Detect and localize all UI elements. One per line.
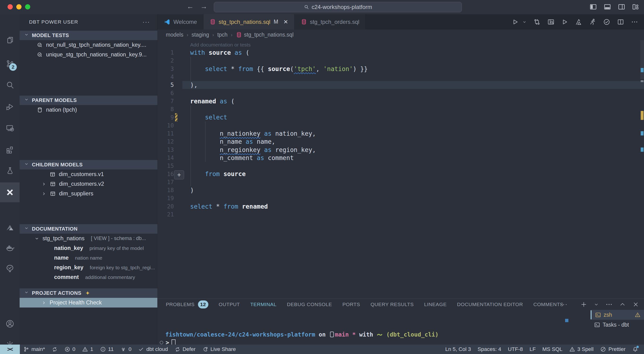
editor-tab-stg-tpch-orders-sql[interactable]: stg_tpch_orders.sql: [294, 14, 366, 29]
codelens-action[interactable]: Add documentation or tests: [190, 42, 251, 48]
code-line[interactable]: 6: [157, 89, 644, 97]
customize-layout-button[interactable]: [632, 3, 640, 11]
code-line[interactable]: 2: [157, 57, 644, 65]
list-item[interactable]: Project Health Check: [20, 298, 157, 308]
activity-bar-item-extensions[interactable]: [0, 139, 20, 159]
list-item[interactable]: unique_stg_tpch_nations_nation_key.9...: [20, 50, 157, 59]
panel-tab-ports[interactable]: PORTS: [342, 302, 360, 307]
code-line[interactable]: 10: [157, 122, 644, 130]
doc-tree-root[interactable]: stg_tpch_nations[ VIEW ] - schema : db..…: [20, 234, 157, 243]
more-actions-button[interactable]: [605, 301, 613, 308]
toggle-secondary-sidebar-button[interactable]: [618, 3, 626, 11]
panel-tab-comments[interactable]: COMMENTS: [534, 302, 564, 307]
code-line[interactable]: 16 from source: [157, 170, 644, 178]
status-dbt-cloud[interactable]: dbt cloud: [135, 345, 171, 354]
activity-bar-item-docker[interactable]: [0, 238, 20, 258]
activity-bar-item-run-and-debug[interactable]: [0, 97, 20, 117]
forward-button[interactable]: →: [200, 2, 208, 10]
status-0[interactable]: 0: [117, 345, 135, 354]
execute-sql-button[interactable]: [561, 18, 569, 26]
doc-field-row[interactable]: region_keyforeign key to stg_tpch_regi..…: [20, 263, 157, 272]
maximize-panel-button[interactable]: [619, 301, 626, 308]
terminal-viewport[interactable]: fishtown/coalesce-24/c24-workshops-platf…: [157, 310, 590, 345]
panel-tab-output[interactable]: OUTPUT: [219, 302, 240, 307]
activity-bar-item-remote-explorer[interactable]: [0, 118, 20, 138]
code-line[interactable]: 21: [157, 211, 644, 219]
run-with-dropdown-button[interactable]: [512, 18, 520, 26]
code-line[interactable]: 5),: [157, 81, 644, 89]
status-ms-sql[interactable]: MS SQL: [539, 345, 566, 354]
activity-bar-item-explorer[interactable]: [0, 30, 20, 50]
code-line[interactable]: 20select * from renamed: [157, 203, 644, 211]
panel-tab-lineage[interactable]: LINEAGE: [424, 302, 446, 307]
close-window-button[interactable]: [8, 4, 13, 9]
section-header[interactable]: MODEL TESTS: [20, 31, 157, 40]
status-1[interactable]: 1: [79, 345, 96, 354]
new-terminal-button[interactable]: [580, 301, 587, 308]
status-lf[interactable]: LF: [526, 345, 539, 354]
compare-changes-button[interactable]: [533, 18, 541, 26]
status-utf-8[interactable]: UTF-8: [504, 345, 526, 354]
command-center-search[interactable]: c24-workshops-platform: [214, 2, 462, 12]
list-item[interactable]: dim_suppliers: [20, 189, 157, 198]
section-header[interactable]: PROJECT ACTIONS✦: [20, 288, 157, 298]
code-line[interactable]: 11 n_nationkey as nation_key,: [157, 130, 644, 138]
code-line[interactable]: 4: [157, 73, 644, 81]
doc-field-row[interactable]: nation_keyprimary key of the model: [20, 243, 157, 253]
sidebar-more-actions[interactable]: ···: [142, 18, 150, 26]
list-item[interactable]: dim_customers.v1: [20, 169, 157, 179]
code-line[interactable]: 18): [157, 186, 644, 194]
list-item[interactable]: dim_customers.v2: [20, 179, 157, 189]
dbt-logo-button[interactable]: [575, 18, 582, 26]
panel-tab-problems[interactable]: PROBLEMS12: [166, 301, 208, 309]
status-0[interactable]: 0: [61, 345, 79, 354]
status-11[interactable]: 11: [96, 345, 117, 354]
status-bell[interactable]: [629, 345, 642, 354]
activity-bar-item-search[interactable]: [0, 75, 20, 95]
remote-indicator[interactable]: ><: [0, 345, 20, 354]
doc-field-row[interactable]: namenation name: [20, 253, 157, 263]
section-header[interactable]: DOCUMENTATION: [20, 224, 157, 234]
activity-bar-item-accounts[interactable]: [0, 314, 20, 334]
editor-scrollbar[interactable]: [640, 40, 644, 79]
status-3-spell[interactable]: 3 Spell: [566, 345, 597, 354]
breadcrumb-item[interactable]: models: [166, 32, 183, 38]
code-line[interactable]: 12 n_name as name,: [157, 138, 644, 146]
close-panel-button[interactable]: [632, 301, 639, 308]
breadcrumb-item[interactable]: tpch: [217, 32, 228, 38]
code-editor[interactable]: Add documentation or tests 1with source …: [157, 40, 644, 313]
status-ln-5-col-3[interactable]: Ln 5, Col 3: [442, 345, 474, 354]
terminal-instance-zsh[interactable]: zsh: [590, 310, 644, 320]
activity-bar-item-dbt-power-user[interactable]: [0, 182, 20, 202]
doc-field-row[interactable]: commentadditional commentary: [20, 272, 157, 282]
panel-tabs-overflow[interactable]: ···: [560, 299, 568, 310]
terminal-instance-tasks-dbt[interactable]: Tasks - dbt: [590, 320, 644, 330]
list-item[interactable]: not_null_stg_tpch_nations_nation_key....: [20, 40, 157, 50]
breadcrumb-item[interactable]: staging: [192, 32, 209, 38]
activity-bar-item-source-control[interactable]: 2: [0, 54, 20, 74]
list-item[interactable]: nation (tpch): [20, 105, 157, 115]
code-line[interactable]: 15: [157, 162, 644, 170]
code-line[interactable]: 19: [157, 194, 644, 202]
editor-tab-welcome[interactable]: Welcome: [157, 14, 204, 29]
code-line[interactable]: 13 n_regionkey as region_key,: [157, 146, 644, 154]
code-line[interactable]: 8: [157, 105, 644, 113]
section-header[interactable]: PARENT MODELS: [20, 96, 157, 105]
activity-bar-item-testing[interactable]: [0, 161, 20, 181]
status-defer[interactable]: Defer: [171, 345, 199, 354]
editor-tab-stg-tpch-nations-sql[interactable]: stg_tpch_nations.sqlM✕: [204, 14, 294, 29]
chevron-down-icon[interactable]: [522, 19, 527, 24]
status-main-[interactable]: main*: [20, 345, 48, 354]
breadcrumb[interactable]: models›staging›tpch›stg_tpch_nations.sql: [157, 29, 644, 40]
more-actions-button[interactable]: [631, 18, 638, 26]
run-model-button[interactable]: [589, 18, 596, 26]
panel-tab-debug-console[interactable]: DEBUG CONSOLE: [287, 302, 332, 307]
toggle-panel-button[interactable]: [603, 3, 612, 11]
section-header[interactable]: CHILDREN MODELS: [20, 160, 157, 169]
terminal-profile-dropdown-button[interactable]: [594, 302, 599, 307]
activity-bar-item-code-review[interactable]: [0, 259, 20, 279]
status-spaces-4[interactable]: Spaces: 4: [474, 345, 504, 354]
code-line[interactable]: 3 select * from {{ source('tpch', 'natio…: [157, 65, 644, 73]
status-prettier[interactable]: Prettier: [597, 345, 629, 354]
minimize-window-button[interactable]: [16, 4, 22, 9]
